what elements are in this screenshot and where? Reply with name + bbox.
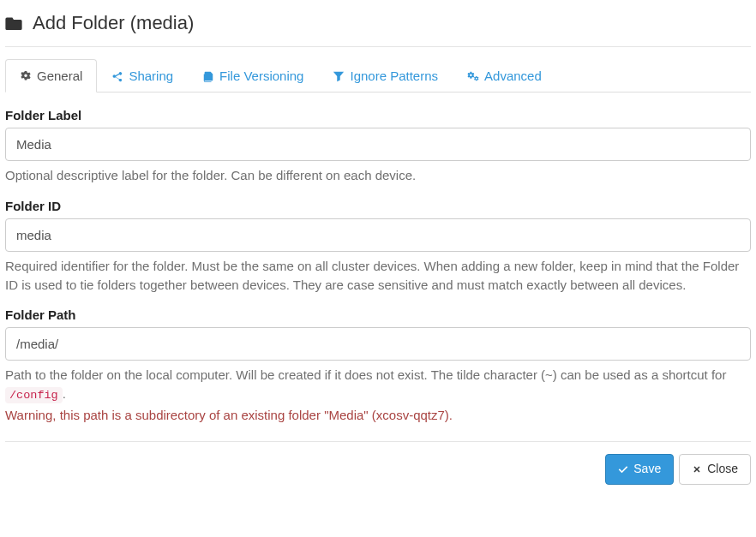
close-icon — [692, 464, 702, 474]
filter-icon — [333, 70, 345, 82]
folder-path-input[interactable] — [5, 327, 751, 361]
save-button-label: Save — [633, 461, 661, 478]
tab-label: General — [37, 69, 82, 83]
share-icon — [111, 70, 123, 82]
save-button[interactable]: Save — [605, 454, 674, 485]
tab-content-general: Folder Label Optional descriptive label … — [5, 108, 751, 424]
folder-path-help: Path to the folder on the local computer… — [5, 366, 751, 424]
tab-ignore-patterns[interactable]: Ignore Patterns — [318, 59, 453, 92]
tab-general[interactable]: General — [5, 59, 97, 92]
dialog-title: Add Folder (media) — [33, 12, 194, 34]
tab-label: Sharing — [129, 69, 173, 83]
folder-path-group: Folder Path Path to the folder on the lo… — [5, 307, 751, 424]
dialog-header: Add Folder (media) — [5, 5, 751, 47]
folder-label-help: Optional descriptive label for the folde… — [5, 166, 751, 185]
tab-advanced[interactable]: Advanced — [453, 59, 556, 92]
folder-id-group: Folder ID Required identifier for the fo… — [5, 199, 751, 295]
tab-label: Ignore Patterns — [350, 69, 438, 83]
nav-tabs: General Sharing File Versioning Ignore P… — [5, 59, 751, 92]
copy-icon — [202, 70, 214, 82]
folder-path-help-code: /config — [5, 387, 63, 403]
folder-id-label: Folder ID — [5, 199, 751, 213]
tab-label: File Versioning — [219, 69, 303, 83]
gear-icon — [20, 70, 32, 82]
folder-label-input[interactable] — [5, 128, 751, 161]
close-button-label: Close — [707, 461, 738, 478]
folder-path-help-suffix: . — [63, 386, 66, 401]
folder-label-label: Folder Label — [5, 108, 751, 122]
folder-path-warning: Warning, this path is a subdirectory of … — [5, 406, 751, 425]
folder-path-label: Folder Path — [5, 307, 751, 322]
close-button[interactable]: Close — [679, 454, 751, 485]
folder-label-group: Folder Label Optional descriptive label … — [5, 108, 751, 185]
folder-id-help: Required identifier for the folder. Must… — [5, 257, 751, 295]
folder-icon — [5, 16, 22, 30]
tab-sharing[interactable]: Sharing — [97, 59, 188, 92]
folder-path-help-prefix: Path to the folder on the local computer… — [5, 367, 726, 382]
check-icon — [618, 464, 628, 474]
tab-label: Advanced — [484, 69, 542, 83]
cogs-icon — [467, 70, 479, 82]
tab-file-versioning[interactable]: File Versioning — [188, 59, 318, 92]
dialog-footer: Save Close — [5, 441, 751, 485]
folder-id-input[interactable] — [5, 218, 751, 252]
